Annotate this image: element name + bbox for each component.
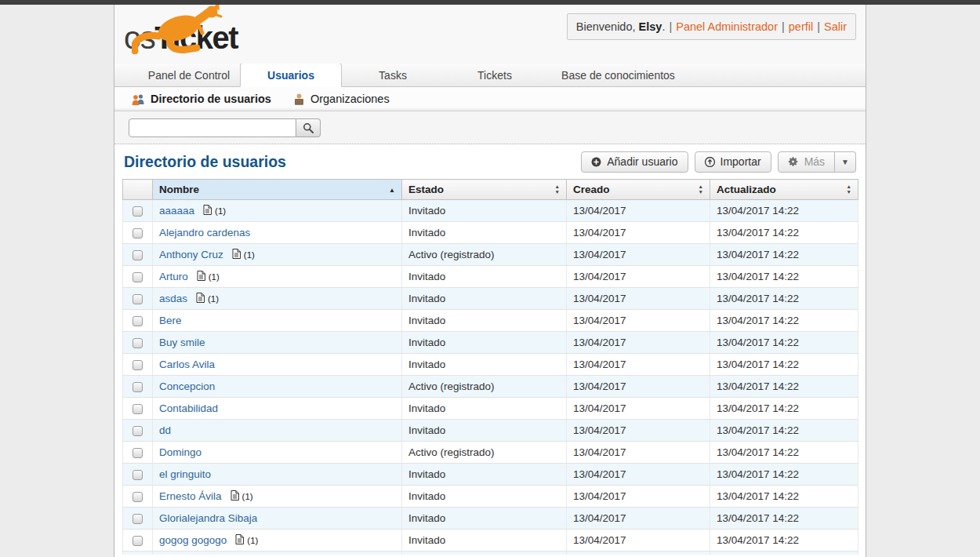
user-name-link[interactable]: Arturo — [159, 271, 188, 282]
table-row: Arturo (1)Invitado13/04/201713/04/2017 1… — [123, 266, 858, 288]
main-nav: Panel de ControlUsuariosTasksTicketsBase… — [114, 64, 866, 87]
status-cell: Invitado — [402, 508, 567, 530]
user-name-link[interactable]: Concepcion — [159, 380, 215, 392]
status-cell: Invitado — [402, 266, 567, 288]
ticket-doc-icon — [196, 293, 205, 305]
checkbox-cell — [123, 332, 153, 354]
more-button[interactable]: Más — [778, 151, 835, 173]
name-cell: Glorialejandra Sibaja — [153, 508, 402, 530]
user-name-link[interactable]: Buy smile — [159, 337, 205, 348]
perfil-link[interactable]: perfil — [789, 20, 813, 33]
ticket-doc-icon — [230, 491, 239, 503]
ticket-count: (1) — [215, 206, 226, 216]
tab-tasks[interactable]: Tasks — [342, 64, 444, 86]
ticket-doc-icon — [232, 249, 241, 261]
tab-panel-de-control[interactable]: Panel de Control — [138, 64, 240, 86]
user-name-link[interactable]: asdas — [159, 293, 187, 304]
row-checkbox[interactable] — [132, 492, 143, 502]
row-checkbox[interactable] — [132, 448, 143, 458]
row-checkbox[interactable] — [132, 206, 143, 217]
partial-table-row — [123, 552, 858, 555]
search-icon — [303, 122, 314, 133]
row-checkbox[interactable] — [132, 316, 143, 326]
row-checkbox[interactable] — [132, 294, 143, 304]
osticket-logo: osTicket — [121, 5, 317, 61]
panel-administrador-link[interactable]: Panel Administrador — [676, 20, 778, 33]
table-row: ConcepcionActivo (registrado)13/04/20171… — [123, 376, 858, 398]
status-cell: Invitado — [402, 486, 567, 508]
row-checkbox[interactable] — [132, 228, 143, 238]
checkbox-cell — [123, 420, 153, 442]
status-cell: Activo (registrado) — [402, 244, 567, 266]
tab-usuarios[interactable]: Usuarios — [240, 63, 342, 87]
tab-tickets[interactable]: Tickets — [444, 64, 546, 86]
column-label: Estado — [408, 184, 444, 195]
page-title: Directorio de usuarios — [124, 153, 286, 171]
row-checkbox[interactable] — [132, 536, 143, 546]
created-cell: 13/04/2017 — [567, 354, 710, 376]
subnav-item-directorio-de-usuarios[interactable]: Directorio de usuarios — [132, 93, 271, 105]
name-cell: Anthony Cruz (1) — [153, 244, 402, 266]
user-name-link[interactable]: Domingo — [159, 446, 201, 458]
checkbox-cell — [123, 266, 153, 288]
more-label: Más — [804, 155, 825, 168]
tab-base-de-conocimientos[interactable]: Base de conocimientos — [546, 64, 691, 86]
table-row: Carlos AvilaInvitado13/04/201713/04/2017… — [123, 354, 858, 376]
table-row: aaaaaa (1)Invitado13/04/201713/04/2017 1… — [123, 200, 858, 222]
row-checkbox[interactable] — [132, 426, 143, 436]
select-all-header — [123, 180, 153, 200]
row-checkbox[interactable] — [132, 360, 143, 370]
name-cell: asdas (1) — [153, 288, 402, 310]
document-icon — [235, 534, 244, 544]
updated-cell: 13/04/2017 14:22 — [710, 244, 858, 266]
name-cell: el gringuito — [153, 464, 402, 486]
add-user-button[interactable]: Añadir usuario — [581, 151, 688, 173]
status-cell: Activo (registrado) — [402, 376, 567, 398]
subnav-item-organizaciones[interactable]: Organizaciones — [293, 93, 390, 105]
ticket-count: (1) — [242, 492, 253, 501]
updated-cell: 13/04/2017 14:22 — [710, 398, 858, 420]
more-button-group: Más ▼ — [778, 151, 856, 173]
row-checkbox[interactable] — [132, 250, 143, 260]
row-checkbox[interactable] — [132, 514, 143, 524]
updated-cell: 13/04/2017 14:22 — [710, 266, 858, 288]
created-cell: 13/04/2017 — [567, 486, 710, 508]
table-row: asdas (1)Invitado13/04/201713/04/2017 14… — [123, 288, 858, 310]
user-name-link[interactable]: Ernesto Ávila — [159, 490, 222, 502]
search-button[interactable] — [296, 118, 321, 137]
status-cell: Invitado — [402, 354, 567, 376]
salir-link[interactable]: Salir — [824, 20, 847, 33]
gear-icon — [788, 156, 799, 167]
user-name-link[interactable]: Carlos Avila — [159, 359, 215, 370]
user-name-link[interactable]: Glorialejandra Sibaja — [159, 512, 257, 524]
row-checkbox[interactable] — [132, 470, 143, 480]
row-checkbox[interactable] — [132, 404, 143, 414]
created-cell: 13/04/2017 — [567, 420, 710, 442]
name-cell: gogog gogogo (1) — [153, 530, 402, 552]
column-header-creado[interactable]: Creado ▲▼ — [567, 180, 710, 200]
user-name-link[interactable]: el gringuito — [159, 468, 211, 480]
user-name-link[interactable]: dd — [159, 424, 171, 436]
search-input[interactable] — [129, 118, 296, 137]
subnav-item-label: Organizaciones — [310, 93, 390, 105]
status-cell: Invitado — [402, 288, 567, 310]
sub-nav: Directorio de usuarios Organizaciones — [114, 87, 866, 111]
name-cell: Contabilidad — [153, 398, 402, 420]
checkbox-cell — [123, 222, 153, 244]
updated-cell: 13/04/2017 14:22 — [710, 376, 858, 398]
user-name-link[interactable]: gogog gogogo — [159, 534, 227, 546]
column-header-estado[interactable]: Estado ▲▼ — [402, 180, 567, 200]
more-dropdown-button[interactable]: ▼ — [835, 151, 856, 173]
column-header-actualizado[interactable]: Actualizado ▲▼ — [710, 180, 858, 200]
user-name-link[interactable]: Bere — [159, 315, 182, 326]
user-name-link[interactable]: Alejandro cardenas — [159, 227, 250, 238]
column-header-nombre[interactable]: Nombre ▲ — [153, 180, 402, 200]
status-cell: Invitado — [402, 200, 567, 222]
user-name-link[interactable]: aaaaaa — [159, 205, 194, 217]
user-name-link[interactable]: Anthony Cruz — [159, 249, 223, 260]
row-checkbox[interactable] — [132, 382, 143, 392]
user-name-link[interactable]: Contabilidad — [159, 402, 218, 414]
row-checkbox[interactable] — [132, 338, 143, 348]
row-checkbox[interactable] — [132, 272, 143, 282]
import-button[interactable]: Importar — [695, 151, 771, 173]
